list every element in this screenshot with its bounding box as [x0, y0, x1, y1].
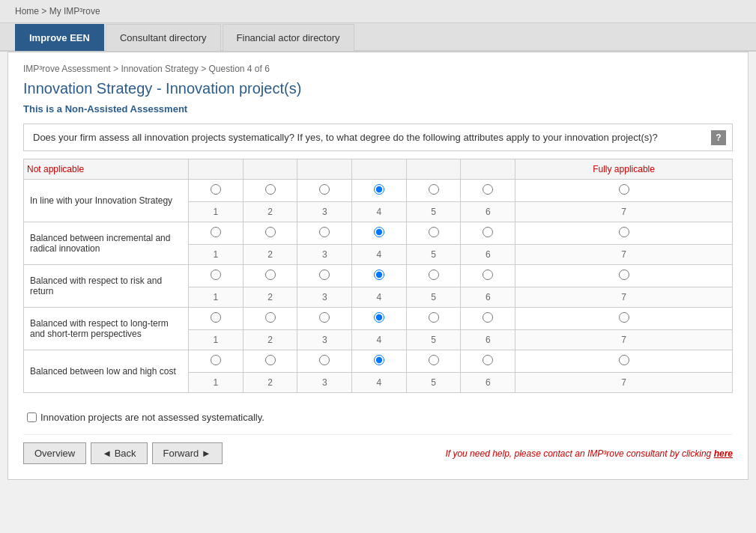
radio-cell-0-3 — [297, 180, 352, 202]
radio-4-2[interactable] — [265, 355, 276, 365]
radio-1-3[interactable] — [319, 227, 330, 237]
radio-0-4[interactable] — [374, 184, 384, 195]
col-6-header — [461, 159, 515, 180]
not-assessed-checkbox[interactable] — [27, 412, 37, 422]
radio-cell-0-6 — [461, 180, 515, 202]
radio-4-5[interactable] — [429, 355, 439, 365]
sub-breadcrumb-section: Innovation Strategy — [121, 64, 198, 74]
col-2-header — [243, 159, 297, 180]
num-cell-1-7: 7 — [515, 245, 733, 265]
not-assessed-row: Innovation projects are not assessed sys… — [23, 404, 733, 430]
radio-1-2[interactable] — [265, 227, 276, 237]
radio-4-4[interactable] — [374, 355, 384, 365]
num-cell-4-4: 4 — [352, 373, 407, 393]
radio-cell-3-5 — [406, 308, 461, 330]
col-3-header — [297, 159, 352, 180]
radio-2-1[interactable] — [211, 269, 221, 280]
radio-1-1[interactable] — [211, 227, 221, 237]
radio-cell-0-4 — [352, 180, 407, 202]
back-button[interactable]: ◄ Back — [91, 442, 147, 464]
radio-cell-2-2 — [243, 265, 297, 287]
radio-cell-0-7 — [515, 180, 733, 202]
radio-cell-3-6 — [461, 308, 515, 330]
help-link[interactable]: here — [714, 448, 733, 459]
num-cell-2-6: 6 — [461, 287, 515, 308]
radio-cell-4-1 — [189, 350, 244, 373]
num-cell-1-1: 1 — [189, 245, 244, 265]
num-cell-4-2: 2 — [243, 373, 297, 393]
radio-cell-3-7 — [515, 308, 733, 330]
radio-2-7[interactable] — [619, 269, 629, 280]
radio-cell-1-2 — [243, 222, 297, 245]
radio-3-5[interactable] — [429, 312, 439, 323]
radio-cell-2-7 — [515, 265, 733, 287]
radio-3-1[interactable] — [211, 312, 221, 323]
num-cell-3-2: 2 — [243, 330, 297, 350]
radio-2-3[interactable] — [319, 269, 330, 280]
radio-cell-2-6 — [461, 265, 515, 287]
radio-2-4[interactable] — [374, 269, 384, 280]
radio-0-3[interactable] — [319, 184, 330, 195]
main-content: IMP³rove Assessment > Innovation Strateg… — [7, 52, 749, 480]
num-cell-4-1: 1 — [189, 373, 244, 393]
radio-1-4[interactable] — [374, 227, 384, 237]
num-cell-3-7: 7 — [515, 330, 733, 350]
row-label-0: In line with your Innovation Strategy — [24, 180, 189, 222]
num-cell-0-5: 5 — [406, 202, 461, 222]
radio-1-6[interactable] — [483, 227, 493, 237]
radio-3-6[interactable] — [483, 312, 493, 323]
num-cell-4-3: 3 — [297, 373, 352, 393]
nav-buttons: Overview ◄ Back Forward ► — [23, 442, 223, 464]
radio-0-5[interactable] — [429, 184, 439, 195]
radio-cell-1-7 — [515, 222, 733, 245]
num-cell-1-4: 4 — [352, 245, 407, 265]
radio-3-2[interactable] — [265, 312, 276, 323]
tab-consultant-directory[interactable]: Consultant directory — [106, 24, 221, 51]
sub-breadcrumb-assessment: IMP³rove Assessment — [23, 64, 111, 74]
radio-cell-2-1 — [189, 265, 244, 287]
radio-2-5[interactable] — [429, 269, 439, 280]
radio-cell-1-4 — [352, 222, 407, 245]
num-cell-0-7: 7 — [515, 202, 733, 222]
radio-2-6[interactable] — [483, 269, 493, 280]
radio-4-3[interactable] — [319, 355, 330, 365]
radio-cell-4-2 — [243, 350, 297, 373]
rating-table: Not applicable Fully applicable In line … — [23, 159, 733, 393]
num-cell-1-5: 5 — [406, 245, 461, 265]
breadcrumb-home: Home — [15, 6, 39, 16]
sub-breadcrumb-progress: Question 4 of 6 — [208, 64, 269, 74]
num-cell-3-4: 4 — [352, 330, 407, 350]
table-row: In line with your Innovation Strategy — [24, 180, 733, 202]
num-cell-4-5: 5 — [406, 373, 461, 393]
radio-1-7[interactable] — [619, 227, 629, 237]
radio-2-2[interactable] — [265, 269, 276, 280]
radio-cell-4-6 — [461, 350, 515, 373]
num-cell-4-7: 7 — [515, 373, 733, 393]
radio-1-5[interactable] — [429, 227, 439, 237]
num-cell-1-3: 3 — [297, 245, 352, 265]
table-row: Balanced between low and high cost — [24, 350, 733, 373]
not-assessed-label[interactable]: Innovation projects are not assessed sys… — [40, 412, 264, 423]
radio-3-4[interactable] — [374, 312, 384, 323]
radio-0-1[interactable] — [211, 184, 221, 195]
radio-3-7[interactable] — [619, 312, 629, 323]
radio-cell-3-2 — [243, 308, 297, 330]
radio-3-3[interactable] — [319, 312, 330, 323]
radio-0-2[interactable] — [265, 184, 276, 195]
radio-4-6[interactable] — [483, 355, 493, 365]
radio-0-7[interactable] — [619, 184, 629, 195]
radio-4-7[interactable] — [619, 355, 629, 365]
bottom-bar: Overview ◄ Back Forward ► If you need he… — [23, 434, 733, 464]
overview-button[interactable]: Overview — [23, 442, 86, 464]
help-icon[interactable]: ? — [711, 130, 726, 145]
radio-cell-4-3 — [297, 350, 352, 373]
radio-4-1[interactable] — [211, 355, 221, 365]
breadcrumb-current: My IMP³rove — [49, 6, 100, 16]
num-cell-3-6: 6 — [461, 330, 515, 350]
row-label-3: Balanced with respect to long-term and s… — [24, 308, 189, 350]
radio-0-6[interactable] — [483, 184, 493, 195]
forward-button[interactable]: Forward ► — [152, 442, 223, 464]
tab-financial-actor-directory[interactable]: Financial actor directory — [223, 24, 354, 51]
radio-cell-4-7 — [515, 350, 733, 373]
tab-improve-een[interactable]: Improve EEN — [15, 24, 104, 51]
